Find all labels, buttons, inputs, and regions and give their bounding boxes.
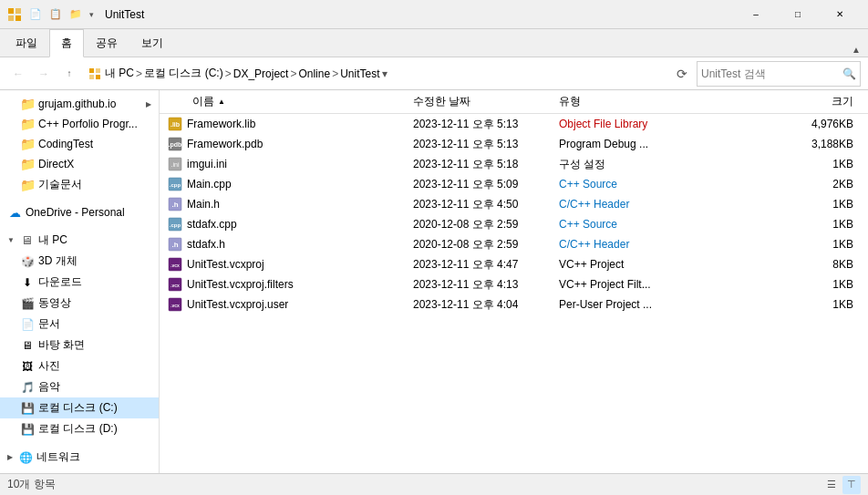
file-type: 구성 설정 <box>552 157 688 172</box>
table-row[interactable]: .vcx UnitTest.vcxproj.filters 2023-12-11… <box>160 274 868 294</box>
tab-view[interactable]: 보기 <box>129 29 175 57</box>
table-row[interactable]: .h stdafx.h 2020-12-08 오후 2:59 C/C++ Hea… <box>160 234 868 254</box>
table-row[interactable]: .cpp Main.cpp 2023-12-11 오후 5:09 C++ Sou… <box>160 174 868 194</box>
breadcrumb-unittest[interactable]: UnitTest <box>340 67 379 80</box>
sidebar-item-desktop[interactable]: 🖥 바탕 화면 <box>0 335 159 356</box>
file-name-cell: .cpp Main.cpp <box>160 176 406 192</box>
documents-icon: 📄 <box>20 317 35 332</box>
sidebar-item-download[interactable]: ⬇ 다운로드 <box>0 272 159 293</box>
file-size: 1KB <box>688 218 868 231</box>
sidebar-item-localC[interactable]: 💾 로컬 디스크 (C:) <box>0 397 159 418</box>
breadcrumb-online[interactable]: Online <box>298 67 330 80</box>
file-date: 2020-12-08 오후 2:59 <box>406 237 552 253</box>
svg-text:.ini: .ini <box>171 161 180 168</box>
download-icon: ⬇ <box>20 275 35 290</box>
ribbon-tab-list: 파일 홈 공유 보기 ▲ <box>0 29 868 57</box>
sidebar-item-cpp[interactable]: 📁 C++ Porfolio Progr... <box>0 114 159 134</box>
file-name-cell: .lib Framework.lib <box>160 116 406 132</box>
file-date: 2020-12-08 오후 2:59 <box>406 217 552 232</box>
table-row[interactable]: .h Main.h 2023-12-11 오후 4:50 C/C++ Heade… <box>160 194 868 214</box>
file-size: 4,976KB <box>688 118 868 130</box>
sidebar-item-coding[interactable]: 📁 CodingTest <box>0 134 159 154</box>
folder-icon: 📁 <box>20 178 35 192</box>
content-area: 이름 ▲ 수정한 날짜 유형 크기 .lib Framework.lib 202… <box>160 90 868 473</box>
file-size: 1KB <box>688 278 868 291</box>
table-row[interactable]: .ini imgui.ini 2023-12-11 오후 5:18 구성 설정 … <box>160 154 868 174</box>
sidebar-item-photos[interactable]: 🖼 사진 <box>0 356 159 376</box>
file-type: Program Debug ... <box>552 138 688 150</box>
svg-rect-7 <box>96 75 100 79</box>
file-name-cell: .vcx UnitTest.vcxproj <box>160 256 406 273</box>
window-title: UnitTest <box>105 8 144 21</box>
tab-home[interactable]: 홈 <box>49 29 84 57</box>
close-button[interactable]: ✕ <box>819 0 861 29</box>
window-controls: – □ ✕ <box>735 0 861 29</box>
table-row[interactable]: .vcx UnitTest.vcxproj 2023-12-11 오후 4:47… <box>160 254 868 274</box>
breadcrumb-sep2: > <box>225 67 232 80</box>
file-name: UnitTest.vcxproj <box>187 258 264 271</box>
sidebar-item-network[interactable]: ▶ 🌐 네트워크 <box>0 447 159 468</box>
table-row[interactable]: .lib Framework.lib 2023-12-11 오후 5:13 Ob… <box>160 114 868 134</box>
file-icon: .vcx <box>167 256 183 273</box>
sidebar-item-music[interactable]: 🎵 음악 <box>0 376 159 397</box>
file-date: 2023-12-11 오후 5:13 <box>406 137 552 152</box>
table-row[interactable]: .cpp stdafx.cpp 2020-12-08 오후 2:59 C++ S… <box>160 214 868 234</box>
column-size[interactable]: 크기 <box>688 94 868 109</box>
music-icon: 🎵 <box>20 380 35 395</box>
main-layout: 📁 grujam.github.io ▶ 📁 C++ Porfolio Prog… <box>0 90 868 473</box>
pc-icon: 🖥 <box>20 233 35 248</box>
file-name: stdafx.cpp <box>187 218 237 231</box>
minimize-button[interactable]: – <box>735 0 777 29</box>
folder-icon: 📁 <box>20 97 35 111</box>
desktop-icon: 🖥 <box>20 338 35 353</box>
breadcrumb[interactable]: 내 PC > 로컬 디스크 (C:) > DX_Project > Online… <box>84 61 667 87</box>
breadcrumb-sep1: > <box>136 67 142 80</box>
breadcrumb-dxproject[interactable]: DX_Project <box>233 67 289 80</box>
table-row[interactable]: .vcx UnitTest.vcxproj.user 2023-12-11 오후… <box>160 294 868 315</box>
file-date: 2023-12-11 오후 4:04 <box>406 297 552 313</box>
svg-text:.vcx: .vcx <box>170 303 180 308</box>
file-type: C/C++ Header <box>552 198 688 211</box>
file-name: imgui.ini <box>187 158 227 170</box>
maximize-button[interactable]: □ <box>777 0 819 29</box>
ribbon-expand-icon[interactable]: ▲ <box>848 43 864 57</box>
breadcrumb-localc[interactable]: 로컬 디스크 (C:) <box>144 66 223 81</box>
column-name[interactable]: 이름 ▲ <box>160 94 406 109</box>
file-name: UnitTest.vcxproj.user <box>187 298 288 311</box>
up-button[interactable]: ↑ <box>58 63 80 85</box>
breadcrumb-mypc[interactable]: 내 PC <box>105 66 134 81</box>
tab-share[interactable]: 공유 <box>84 29 129 57</box>
sidebar-item-report[interactable]: 📁 기술문서 <box>0 174 159 195</box>
file-icon: .vcx <box>167 276 183 293</box>
table-row[interactable]: .pdb Framework.pdb 2023-12-11 오후 5:13 Pr… <box>160 134 868 154</box>
file-name-cell: .vcx UnitTest.vcxproj.filters <box>160 276 406 293</box>
search-icon[interactable]: 🔍 <box>842 67 856 80</box>
sidebar-item-localD[interactable]: 💾 로컬 디스크 (D:) <box>0 418 159 439</box>
file-date: 2023-12-11 오후 4:47 <box>406 257 552 273</box>
tab-file[interactable]: 파일 <box>4 29 49 57</box>
back-button[interactable]: ← <box>7 63 29 85</box>
sidebar-item-video[interactable]: 🎬 동영상 <box>0 293 159 314</box>
file-size: 1KB <box>688 238 868 251</box>
column-date[interactable]: 수정한 날짜 <box>406 94 552 109</box>
sidebar-item-documents[interactable]: 📄 문서 <box>0 314 159 335</box>
sidebar-item-grujam[interactable]: 📁 grujam.github.io ▶ <box>0 94 159 114</box>
quick-access-dropdown[interactable]: ▾ <box>89 10 94 19</box>
refresh-button[interactable]: ⟳ <box>671 63 693 85</box>
large-icons-button[interactable]: ⊤ <box>842 476 861 494</box>
sidebar-item-directx[interactable]: 📁 DirectX <box>0 154 159 174</box>
file-icon: .h <box>167 236 183 253</box>
forward-button[interactable]: → <box>33 63 55 85</box>
file-size: 8KB <box>688 258 868 271</box>
search-input[interactable] <box>701 67 842 80</box>
view-icons: ☰ ⊤ <box>822 476 861 494</box>
details-view-button[interactable]: ☰ <box>822 476 841 494</box>
sidebar-item-3d[interactable]: 🎲 3D 개체 <box>0 251 159 272</box>
file-icon: .lib <box>167 116 183 132</box>
sidebar-item-onedrive[interactable]: ☁ OneDrive - Personal <box>0 202 159 222</box>
svg-rect-2 <box>8 15 14 21</box>
svg-text:.vcx: .vcx <box>170 283 180 288</box>
column-type[interactable]: 유형 <box>552 94 688 109</box>
breadcrumb-dropdown[interactable]: ▾ <box>382 67 388 80</box>
sidebar-item-mypc[interactable]: ▼ 🖥 내 PC <box>0 230 159 251</box>
